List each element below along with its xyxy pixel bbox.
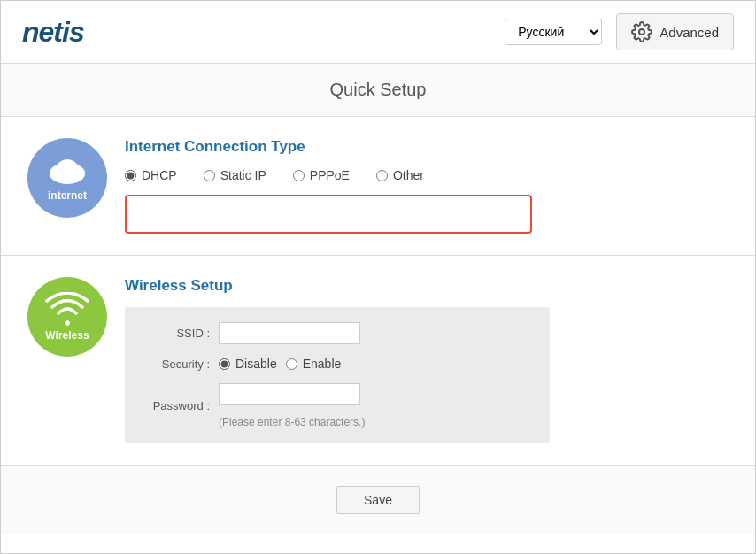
other-radio-label[interactable]: Other — [376, 168, 424, 182]
header-right: Русский English Advanced — [505, 13, 734, 50]
enable-label: Enable — [303, 357, 342, 371]
connection-type-group: DHCP Static IP PPPoE Other — [125, 168, 729, 182]
internet-icon-container: internet — [27, 138, 107, 218]
header: netis Русский English Advanced — [1, 1, 755, 64]
wireless-section-title: Wireless Setup — [125, 277, 729, 295]
other-label: Other — [393, 168, 424, 182]
dhcp-radio-label[interactable]: DHCP — [125, 168, 177, 182]
security-label: Security : — [139, 358, 210, 371]
ssid-input[interactable] — [219, 322, 360, 344]
static-ip-radio[interactable] — [204, 170, 215, 181]
password-input[interactable] — [219, 383, 360, 405]
gear-icon — [631, 21, 652, 42]
disable-label: Disable — [235, 357, 277, 371]
internet-section-body: Internet Connection Type DHCP Static IP … — [125, 138, 729, 234]
wireless-form: SSID : Security : Disable — [125, 307, 550, 443]
enable-radio-label[interactable]: Enable — [286, 357, 342, 371]
security-row: Security : Disable Enable — [125, 350, 550, 377]
advanced-button[interactable]: Advanced — [616, 13, 734, 50]
pppoe-radio[interactable] — [293, 170, 305, 181]
wireless-section-body: Wireless Setup SSID : Security : — [125, 277, 729, 443]
pppoe-label: PPPoE — [310, 168, 350, 182]
wifi-icon — [45, 292, 89, 326]
svg-point-0 — [639, 29, 644, 35]
internet-section-title: Internet Connection Type — [125, 138, 729, 156]
language-select[interactable]: Русский English — [505, 19, 602, 45]
wireless-section: Wireless Wireless Setup SSID : Security … — [1, 256, 755, 466]
password-row: Password : (Please enter 8-63 characters… — [125, 377, 550, 435]
logo: netis — [22, 16, 84, 49]
ssid-row: SSID : — [125, 316, 550, 350]
static-ip-radio-label[interactable]: Static IP — [204, 168, 266, 182]
main-window: netis Русский English Advanced Quick Set… — [0, 0, 756, 554]
advanced-label: Advanced — [660, 25, 719, 40]
ssid-field — [219, 322, 536, 344]
save-button[interactable]: Save — [336, 486, 420, 514]
password-label: Password : — [139, 399, 210, 412]
wireless-icon-container: Wireless — [27, 277, 107, 357]
dhcp-info-box — [125, 195, 532, 234]
disable-radio-label[interactable]: Disable — [219, 357, 277, 371]
static-ip-label: Static IP — [220, 168, 266, 182]
ssid-label: SSID : — [139, 327, 210, 340]
dhcp-label: DHCP — [142, 168, 177, 182]
password-hint: (Please enter 8-63 characters.) — [219, 416, 365, 428]
internet-section: internet Internet Connection Type DHCP S… — [1, 117, 755, 256]
security-enable-radio[interactable] — [286, 358, 297, 370]
internet-icon-label: internet — [48, 189, 87, 202]
page-title: Quick Setup — [1, 64, 755, 117]
footer: Save — [1, 466, 755, 534]
password-field: (Please enter 8-63 characters.) — [219, 383, 536, 428]
svg-point-4 — [57, 159, 78, 177]
main-content: internet Internet Connection Type DHCP S… — [1, 117, 755, 466]
dhcp-radio[interactable] — [125, 170, 136, 181]
other-radio[interactable] — [376, 170, 388, 181]
security-disable-radio[interactable] — [219, 358, 230, 370]
wireless-icon-label: Wireless — [45, 329, 89, 342]
security-field: Disable Enable — [219, 357, 536, 371]
cloud-icon — [46, 154, 89, 186]
pppoe-radio-label[interactable]: PPPoE — [293, 168, 350, 182]
